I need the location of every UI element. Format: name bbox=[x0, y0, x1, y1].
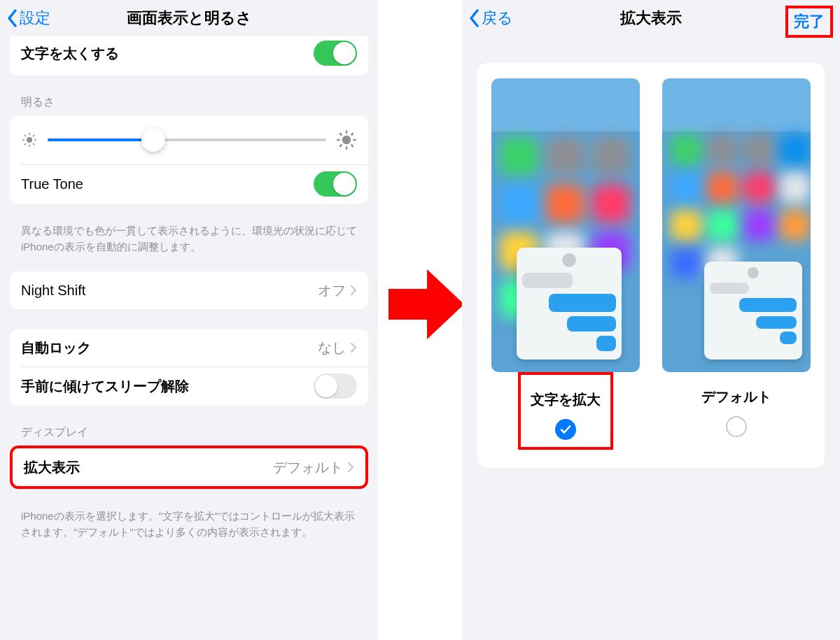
night-shift-row[interactable]: Night Shift オフ bbox=[10, 271, 368, 309]
raise-to-wake-toggle[interactable] bbox=[314, 374, 357, 399]
choice-default-radio[interactable] bbox=[726, 416, 747, 437]
svg-line-8 bbox=[33, 135, 34, 136]
raise-to-wake-row[interactable]: 手前に傾けてスリープ解除 bbox=[10, 367, 368, 406]
back-button[interactable]: 設定 bbox=[7, 8, 50, 29]
choice-default[interactable]: デフォルト bbox=[661, 78, 812, 450]
svg-line-5 bbox=[24, 135, 26, 136]
display-header: ディスプレイ bbox=[21, 425, 357, 440]
true-tone-label: True Tone bbox=[21, 176, 83, 192]
right-screen: 戻る 拡大表示 完了 bbox=[462, 0, 840, 640]
auto-lock-row[interactable]: 自動ロック なし bbox=[10, 329, 368, 367]
night-shift-value: オフ bbox=[318, 281, 346, 300]
back-label: 戻る bbox=[482, 8, 513, 29]
true-tone-row[interactable]: True Tone bbox=[10, 164, 368, 204]
display-zoom-value: デフォルト bbox=[273, 458, 343, 477]
bold-text-toggle[interactable] bbox=[314, 41, 357, 66]
choice-zoomed-radio[interactable] bbox=[555, 419, 576, 440]
true-tone-note: 異なる環境でも色が一貫して表示されるように、環境光の状況に応じてiPhoneの表… bbox=[21, 223, 357, 255]
night-shift-label: Night Shift bbox=[21, 283, 85, 299]
svg-line-15 bbox=[351, 145, 354, 147]
checkmark-icon bbox=[559, 423, 572, 436]
svg-line-14 bbox=[340, 133, 342, 135]
choice-default-label: デフォルト bbox=[701, 387, 771, 406]
back-button[interactable]: 戻る bbox=[469, 8, 513, 29]
brightness-slider-row bbox=[10, 115, 368, 164]
left-screen: 設定 画面表示と明るさ 文字を太くする 明るさ True Tone bbox=[0, 0, 378, 640]
svg-line-16 bbox=[340, 145, 342, 147]
brightness-slider[interactable] bbox=[21, 129, 357, 150]
choice-zoomed[interactable]: 文字を拡大 bbox=[490, 78, 641, 450]
arrow-right-icon bbox=[388, 262, 465, 346]
brightness-header: 明るさ bbox=[21, 95, 357, 110]
true-tone-toggle[interactable] bbox=[314, 171, 357, 197]
bold-text-label: 文字を太くする bbox=[21, 44, 119, 63]
chevron-left-icon bbox=[469, 9, 480, 27]
chevron-right-icon bbox=[350, 342, 357, 353]
zoomed-preview bbox=[491, 78, 640, 372]
chevron-left-icon bbox=[7, 9, 18, 27]
choice-zoomed-label: 文字を拡大 bbox=[531, 390, 601, 409]
display-zoom-label: 拡大表示 bbox=[24, 458, 80, 477]
chevron-right-icon bbox=[347, 462, 354, 473]
svg-line-7 bbox=[24, 143, 26, 145]
display-zoom-note: iPhoneの表示を選択します。"文字を拡大"ではコントロールが拡大表示されます… bbox=[21, 509, 357, 540]
display-zoom-row[interactable]: 拡大表示 デフォルト bbox=[13, 448, 365, 486]
raise-to-wake-label: 手前に傾けてスリープ解除 bbox=[21, 377, 189, 396]
auto-lock-value: なし bbox=[318, 339, 346, 357]
nav-bar: 設定 画面表示と明るさ bbox=[0, 0, 378, 36]
svg-line-17 bbox=[351, 133, 354, 135]
done-label: 完了 bbox=[794, 13, 825, 30]
svg-line-6 bbox=[33, 143, 34, 145]
page-title: 画面表示と明るさ bbox=[127, 8, 252, 29]
chevron-right-icon bbox=[350, 285, 357, 296]
svg-point-0 bbox=[27, 137, 32, 143]
bold-text-row[interactable]: 文字を太くする bbox=[10, 36, 368, 76]
default-preview bbox=[662, 78, 811, 372]
page-title: 拡大表示 bbox=[620, 8, 682, 29]
auto-lock-label: 自動ロック bbox=[21, 339, 91, 357]
zoom-choice-card: 文字を拡大 bbox=[477, 63, 825, 468]
svg-point-9 bbox=[342, 136, 351, 145]
done-button[interactable]: 完了 bbox=[785, 6, 833, 38]
sun-low-icon bbox=[21, 131, 38, 148]
back-label: 設定 bbox=[20, 8, 50, 29]
sun-high-icon bbox=[336, 129, 357, 150]
nav-bar: 戻る 拡大表示 完了 bbox=[462, 0, 840, 36]
